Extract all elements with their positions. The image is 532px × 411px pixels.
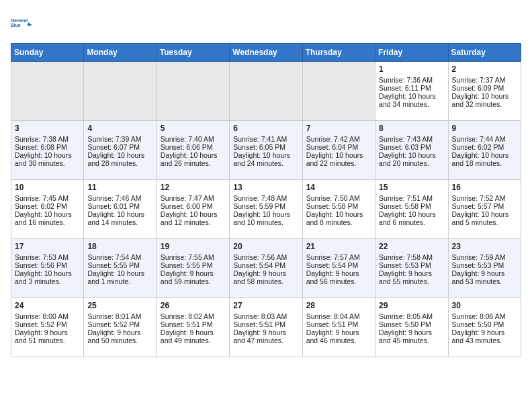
sunrise-text: Sunrise: 7:36 AM <box>379 76 444 84</box>
day-number: 4 <box>87 124 152 133</box>
daylight-text: Daylight: 10 hours and 28 minutes. <box>87 151 152 167</box>
week-row-4: 17Sunrise: 7:53 AMSunset: 5:56 PMDayligh… <box>11 239 521 298</box>
sunrise-text: Sunrise: 7:54 AM <box>87 253 152 261</box>
calendar-cell: 15Sunrise: 7:51 AMSunset: 5:58 PMDayligh… <box>375 180 448 239</box>
sunset-text: Sunset: 6:00 PM <box>161 202 226 210</box>
day-number: 21 <box>306 242 371 251</box>
sunset-text: Sunset: 5:55 PM <box>87 261 152 269</box>
sunset-text: Sunset: 6:01 PM <box>87 202 152 210</box>
sunrise-text: Sunrise: 7:52 AM <box>452 194 517 202</box>
daylight-text: Daylight: 10 hours and 8 minutes. <box>306 210 371 226</box>
sunrise-text: Sunrise: 7:37 AM <box>452 76 517 84</box>
sunrise-text: Sunrise: 7:51 AM <box>379 194 444 202</box>
daylight-text: Daylight: 10 hours and 18 minutes. <box>452 151 517 167</box>
calendar-cell: 2Sunrise: 7:37 AMSunset: 6:09 PMDaylight… <box>448 62 521 121</box>
daylight-text: Daylight: 9 hours and 58 minutes. <box>233 269 298 285</box>
day-number: 12 <box>161 183 226 192</box>
day-number: 28 <box>306 301 371 310</box>
daylight-text: Daylight: 10 hours and 10 minutes. <box>233 210 298 226</box>
daylight-text: Daylight: 10 hours and 12 minutes. <box>161 210 226 226</box>
sunrise-text: Sunrise: 7:45 AM <box>15 194 80 202</box>
sunset-text: Sunset: 6:09 PM <box>452 84 517 92</box>
day-number: 1 <box>379 64 444 74</box>
daylight-text: Daylight: 10 hours and 22 minutes. <box>306 151 371 167</box>
daylight-text: Daylight: 10 hours and 3 minutes. <box>15 269 80 285</box>
calendar-cell: 26Sunrise: 8:02 AMSunset: 5:51 PMDayligh… <box>157 298 229 357</box>
sunrise-text: Sunrise: 7:40 AM <box>161 135 226 143</box>
day-header-tuesday: Tuesday <box>157 44 229 62</box>
daylight-text: Daylight: 9 hours and 47 minutes. <box>233 328 298 345</box>
logo-icon: GeneralBlue <box>11 11 35 35</box>
sunrise-text: Sunrise: 8:00 AM <box>15 312 80 320</box>
sunrise-text: Sunrise: 7:44 AM <box>452 135 517 143</box>
daylight-text: Daylight: 10 hours and 5 minutes. <box>452 210 517 226</box>
day-number: 9 <box>452 124 517 133</box>
sunset-text: Sunset: 6:07 PM <box>87 143 152 151</box>
calendar-cell: 10Sunrise: 7:45 AMSunset: 6:02 PMDayligh… <box>11 180 84 239</box>
day-number: 20 <box>233 242 298 251</box>
sunset-text: Sunset: 6:06 PM <box>161 143 226 151</box>
sunset-text: Sunset: 5:51 PM <box>306 320 371 328</box>
day-number: 10 <box>15 183 80 192</box>
daylight-text: Daylight: 9 hours and 45 minutes. <box>379 328 444 345</box>
calendar-cell: 22Sunrise: 7:58 AMSunset: 5:53 PMDayligh… <box>375 239 448 298</box>
sunset-text: Sunset: 5:52 PM <box>15 320 80 328</box>
calendar-cell: 16Sunrise: 7:52 AMSunset: 5:57 PMDayligh… <box>448 180 521 239</box>
calendar-cell: 6Sunrise: 7:41 AMSunset: 6:05 PMDaylight… <box>230 121 302 180</box>
calendar-cell: 3Sunrise: 7:38 AMSunset: 6:08 PMDaylight… <box>11 121 84 180</box>
sunrise-text: Sunrise: 7:38 AM <box>15 135 80 143</box>
sunrise-text: Sunrise: 7:39 AM <box>87 135 152 143</box>
sunset-text: Sunset: 5:54 PM <box>233 261 298 269</box>
calendar-cell: 13Sunrise: 7:48 AMSunset: 5:59 PMDayligh… <box>230 180 302 239</box>
daylight-text: Daylight: 10 hours and 34 minutes. <box>379 92 444 108</box>
calendar-cell: 29Sunrise: 8:05 AMSunset: 5:50 PMDayligh… <box>375 298 448 357</box>
day-header-sunday: Sunday <box>11 44 84 62</box>
sunset-text: Sunset: 5:59 PM <box>233 202 298 210</box>
daylight-text: Daylight: 10 hours and 14 minutes. <box>87 210 152 226</box>
week-row-3: 10Sunrise: 7:45 AMSunset: 6:02 PMDayligh… <box>11 180 521 239</box>
sunset-text: Sunset: 6:11 PM <box>379 84 444 92</box>
day-number: 5 <box>161 124 226 133</box>
day-number: 6 <box>233 124 298 133</box>
calendar-cell: 19Sunrise: 7:55 AMSunset: 5:55 PMDayligh… <box>157 239 229 298</box>
daylight-text: Daylight: 10 hours and 6 minutes. <box>379 210 444 226</box>
day-number: 7 <box>306 124 371 133</box>
svg-text:Blue: Blue <box>11 23 21 28</box>
day-number: 22 <box>379 242 444 251</box>
sunrise-text: Sunrise: 7:41 AM <box>233 135 298 143</box>
calendar-cell: 27Sunrise: 8:03 AMSunset: 5:51 PMDayligh… <box>230 298 302 357</box>
calendar-cell: 11Sunrise: 7:46 AMSunset: 6:01 PMDayligh… <box>84 180 157 239</box>
day-number: 3 <box>15 124 80 133</box>
daylight-text: Daylight: 9 hours and 53 minutes. <box>452 269 517 285</box>
sunset-text: Sunset: 5:58 PM <box>306 202 371 210</box>
daylight-text: Daylight: 9 hours and 55 minutes. <box>379 269 444 285</box>
sunrise-text: Sunrise: 8:04 AM <box>306 312 371 320</box>
daylight-text: Daylight: 9 hours and 43 minutes. <box>452 328 517 345</box>
day-number: 24 <box>15 301 80 310</box>
calendar-cell <box>302 62 375 121</box>
calendar-cell: 1Sunrise: 7:36 AMSunset: 6:11 PMDaylight… <box>375 62 448 121</box>
sunrise-text: Sunrise: 7:48 AM <box>233 194 298 202</box>
logo: GeneralBlue <box>11 11 35 35</box>
daylight-text: Daylight: 9 hours and 50 minutes. <box>87 328 152 345</box>
day-header-thursday: Thursday <box>302 44 375 62</box>
sunset-text: Sunset: 6:02 PM <box>452 143 517 151</box>
sunset-text: Sunset: 5:58 PM <box>379 202 444 210</box>
daylight-text: Daylight: 10 hours and 26 minutes. <box>161 151 226 167</box>
day-number: 8 <box>379 124 444 133</box>
sunrise-text: Sunrise: 7:43 AM <box>379 135 444 143</box>
sunrise-text: Sunrise: 7:47 AM <box>161 194 226 202</box>
day-number: 14 <box>306 183 371 192</box>
day-number: 17 <box>15 242 80 251</box>
sunrise-text: Sunrise: 7:55 AM <box>161 253 226 261</box>
sunset-text: Sunset: 6:02 PM <box>15 202 80 210</box>
sunset-text: Sunset: 5:55 PM <box>161 261 226 269</box>
sunset-text: Sunset: 5:54 PM <box>306 261 371 269</box>
calendar-cell: 18Sunrise: 7:54 AMSunset: 5:55 PMDayligh… <box>84 239 157 298</box>
daylight-text: Daylight: 9 hours and 59 minutes. <box>161 269 226 285</box>
sunset-text: Sunset: 5:57 PM <box>452 202 517 210</box>
week-row-5: 24Sunrise: 8:00 AMSunset: 5:52 PMDayligh… <box>11 298 521 357</box>
day-number: 11 <box>87 183 152 192</box>
daylight-text: Daylight: 10 hours and 32 minutes. <box>452 92 517 108</box>
sunrise-text: Sunrise: 7:57 AM <box>306 253 371 261</box>
